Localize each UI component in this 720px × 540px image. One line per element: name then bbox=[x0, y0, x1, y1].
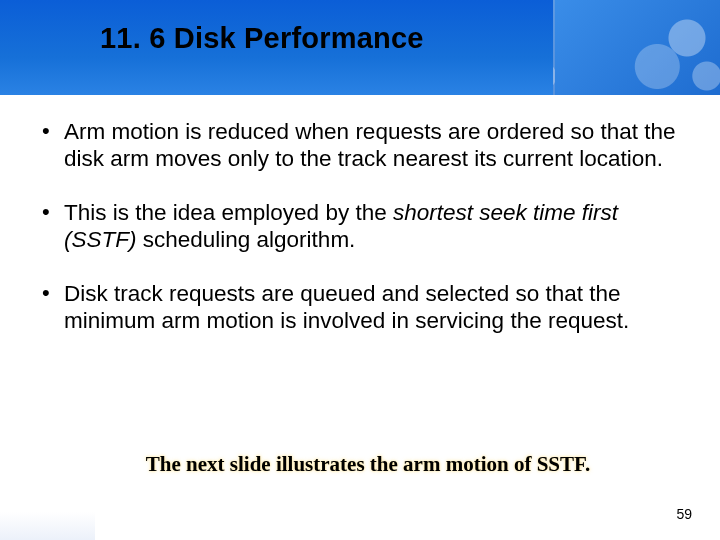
slide: 11. 6 Disk Performance Arm motion is red… bbox=[0, 0, 720, 540]
callout-text: The next slide illustrates the arm motio… bbox=[98, 452, 638, 477]
bullet-text: Disk track requests are queued and selec… bbox=[64, 281, 629, 333]
bullet-prefix: This is the idea employed by the bbox=[64, 200, 393, 225]
bullet-list: Arm motion is reduced when requests are … bbox=[38, 118, 678, 335]
bullet-suffix: scheduling algorithm. bbox=[137, 227, 356, 252]
list-item: This is the idea employed by the shortes… bbox=[38, 199, 678, 254]
bullet-text: Arm motion is reduced when requests are … bbox=[64, 119, 676, 171]
list-item: Disk track requests are queued and selec… bbox=[38, 280, 678, 335]
page-number: 59 bbox=[676, 506, 692, 522]
slide-title: 11. 6 Disk Performance bbox=[100, 22, 424, 55]
list-item: Arm motion is reduced when requests are … bbox=[38, 118, 678, 173]
footer-gradient bbox=[0, 512, 95, 540]
slide-body: Arm motion is reduced when requests are … bbox=[38, 118, 678, 361]
